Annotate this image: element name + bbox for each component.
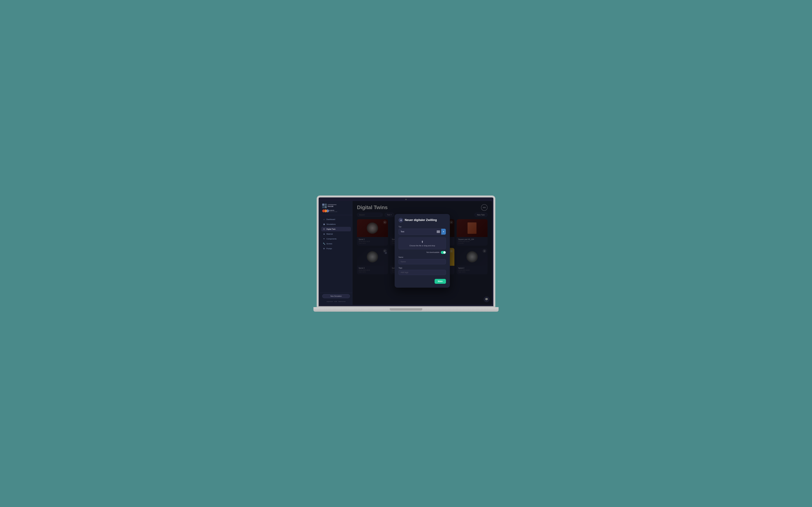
footer-links: Impressum AGB Datenschutz xyxy=(320,299,352,302)
not-downloadable-label: Not downloadable xyxy=(426,251,440,253)
sidebar-item-material[interactable]: ◈ Material xyxy=(321,232,351,236)
logo-area: STRÖMUNGS RAUM IANUS SIMULATION xyxy=(320,204,352,215)
upload-icon: ⬆ xyxy=(421,240,423,244)
sidebar-item-components[interactable]: ✦ Components xyxy=(321,236,351,241)
nav-items: ⌂ Dashboard ▣ Simulations ⬡ Digital Twin… xyxy=(320,217,352,293)
ianus-logo: IANUS SIMULATION xyxy=(322,210,350,212)
modal-back-button[interactable]: ◀ xyxy=(399,218,403,222)
type-section: Typ Text ▾ xyxy=(399,226,446,235)
modal-title: Neuer digitaler Zwilling xyxy=(405,218,437,222)
twin-icon: ⬡ xyxy=(323,228,325,230)
sidebar-item-digital-twin[interactable]: ⬡ Digital Twin xyxy=(321,227,351,231)
monitor-icon: ▣ xyxy=(323,223,325,225)
name-input[interactable] xyxy=(399,259,446,264)
type-value: Text xyxy=(399,229,436,234)
modal-actions: Make xyxy=(399,278,446,284)
type-select[interactable]: Text ▾ xyxy=(399,229,446,235)
name-section: Name xyxy=(399,256,446,264)
new-simulation-button[interactable]: New Simulation xyxy=(322,294,350,298)
agb-link[interactable]: AGB xyxy=(335,301,337,302)
not-downloadable-toggle[interactable] xyxy=(441,251,446,254)
home-icon: ⌂ xyxy=(323,218,325,221)
upload-text: Choose the file or drag and drop xyxy=(409,245,435,246)
pumps-icon: ⊕ xyxy=(323,247,325,250)
ianus-circles xyxy=(322,210,328,212)
upload-area[interactable]: ⬆ Choose the file or drag and drop xyxy=(399,237,446,249)
material-icon: ◈ xyxy=(323,233,325,235)
not-downloadable-row: Not downloadable xyxy=(399,251,446,254)
circle-red xyxy=(322,210,325,212)
type-label: Typ xyxy=(399,226,446,228)
toggle-knob xyxy=(443,251,446,253)
logo-grid-icon xyxy=(322,204,327,208)
make-button[interactable]: Make xyxy=(435,279,446,284)
new-twin-modal: ◀ Neuer digitaler Zwilling Typ Text ▾ xyxy=(395,214,450,288)
tags-label: Tags xyxy=(399,267,446,269)
sidebar-footer: New Simulation xyxy=(320,293,352,299)
tags-section: Tags xyxy=(399,267,446,275)
datenschutz-link[interactable]: Datenschutz xyxy=(339,301,346,302)
impressum-link[interactable]: Impressum xyxy=(326,301,333,302)
type-icons xyxy=(436,230,441,233)
image-icon xyxy=(437,230,440,233)
components-icon: ✦ xyxy=(323,238,325,240)
sidebar-item-pumps[interactable]: ⊕ Pumps xyxy=(321,246,351,251)
laptop-base xyxy=(313,307,499,312)
type-dropdown-button[interactable]: ▾ xyxy=(441,229,446,235)
modal-header: ◀ Neuer digitaler Zwilling xyxy=(399,218,446,222)
screws-icon: 🔧 xyxy=(323,242,325,245)
ianus-text-block: IANUS SIMULATION xyxy=(329,210,337,212)
name-label: Name xyxy=(399,256,446,258)
brand-name: STRÖMUNGS RAUM xyxy=(328,204,337,208)
laptop-notch xyxy=(390,308,422,311)
stromungsraum-logo: STRÖMUNGS RAUM xyxy=(322,204,350,208)
sidebar: STRÖMUNGS RAUM IANUS SIMULATION xyxy=(320,201,352,305)
main-content: Digital Twins MM ⌕ Text ▾ New Twin xyxy=(352,201,492,305)
modal-overlay[interactable]: ◀ Neuer digitaler Zwilling Typ Text ▾ xyxy=(352,201,492,305)
sidebar-item-simulations[interactable]: ▣ Simulations xyxy=(321,222,351,226)
sidebar-item-dashboard[interactable]: ⌂ Dashboard xyxy=(321,217,351,222)
sidebar-item-screws[interactable]: 🔧 Screws xyxy=(321,241,351,246)
tags-input[interactable] xyxy=(399,270,446,275)
